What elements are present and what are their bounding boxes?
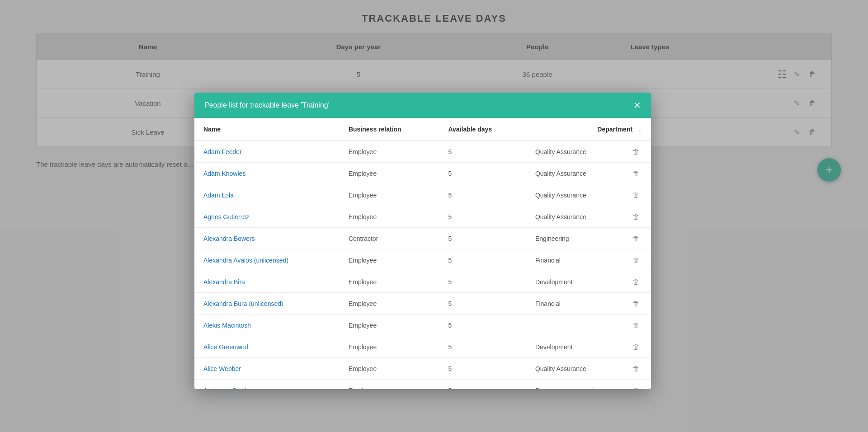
person-available-days: 5	[439, 228, 526, 249]
modal-delete-button[interactable]: 🗑	[630, 320, 642, 330]
modal-table-row: Alexandra BiraEmployee5Development🗑	[194, 271, 651, 293]
modal-delete-button[interactable]: 🗑	[630, 277, 642, 286]
person-available-days: 5	[439, 271, 526, 293]
person-relation: Employee	[340, 358, 439, 380]
person-relation: Employee	[340, 380, 439, 390]
person-name[interactable]: Alice Greenwod	[194, 336, 340, 358]
modal-table-row: Alexis MacintoshEmployee5🗑	[194, 315, 651, 336]
person-available-days: 5	[439, 336, 526, 358]
person-department: Quality Assurance🗑	[526, 141, 651, 162]
person-department: Financial🗑	[526, 249, 651, 271]
modal-delete-button[interactable]: 🗑	[630, 147, 642, 156]
modal-table-row: Alice WebberEmployee5Quality Assurance🗑	[194, 358, 651, 380]
person-relation: Employee	[340, 184, 439, 206]
person-relation: Employee	[340, 206, 439, 228]
person-relation: Employee	[340, 141, 439, 163]
person-name[interactable]: Alexandra Bowers	[194, 228, 340, 249]
person-name[interactable]: Anderson Smith	[194, 380, 340, 390]
person-department: Quality Assurance🗑	[526, 184, 651, 206]
person-relation: Employee	[340, 293, 439, 315]
person-department: Engineering🗑	[526, 228, 651, 249]
modal-delete-button[interactable]: 🗑	[630, 212, 642, 221]
person-name[interactable]: Adam Feeder	[194, 141, 340, 163]
person-available-days: 5	[439, 380, 526, 390]
person-name[interactable]: Alexandra Bura (unlicensed)	[194, 293, 340, 315]
person-relation: Employee	[340, 336, 439, 358]
person-department: Financial🗑	[526, 293, 651, 314]
modal-delete-button[interactable]: 🗑	[630, 385, 642, 389]
person-relation: Contractor	[340, 228, 439, 249]
person-available-days: 5	[439, 206, 526, 228]
modal-table-row: Alice GreenwodEmployee5Development🗑	[194, 336, 651, 358]
person-department: Development🗑	[526, 271, 651, 292]
person-name[interactable]: Alexandra Bira	[194, 271, 340, 293]
person-available-days: 5	[439, 184, 526, 206]
modal-header: People list for trackable leave 'Trainin…	[194, 93, 651, 118]
modal-delete-button[interactable]: 🗑	[630, 234, 642, 243]
modal-col-name: Name	[194, 118, 340, 141]
modal-table-row: Alexandra Avalos (unlicensed)Employee5Fi…	[194, 249, 651, 271]
person-department: Project management🗑	[526, 380, 651, 389]
modal-table-row: Anderson SmithEmployee5Project managemen…	[194, 380, 651, 390]
person-available-days: 5	[439, 141, 526, 163]
modal-delete-button[interactable]: 🗑	[630, 169, 642, 178]
modal-table-wrapper[interactable]: Name Business relation Available days De…	[194, 118, 651, 389]
modal-delete-button[interactable]: 🗑	[630, 299, 642, 308]
person-department: Quality Assurance🗑	[526, 206, 651, 227]
modal-title: People list for trackable leave 'Trainin…	[204, 101, 330, 109]
person-department: Quality Assurance🗑	[526, 358, 651, 379]
person-name[interactable]: Alexis Macintosh	[194, 315, 340, 336]
person-available-days: 5	[439, 293, 526, 315]
modal-table-row: Adam FeederEmployee5Quality Assurance🗑	[194, 141, 651, 163]
modal-table-row: Adam KnowlesEmployee5Quality Assurance🗑	[194, 163, 651, 184]
person-name[interactable]: Agnes Gutierrez	[194, 206, 340, 228]
modal-close-button[interactable]: ✕	[633, 101, 641, 110]
modal-table-row: Alexandra BowersContractor5Engineering🗑	[194, 228, 651, 249]
person-name[interactable]: Alice Webber	[194, 358, 340, 380]
person-relation: Employee	[340, 271, 439, 293]
person-available-days: 5	[439, 249, 526, 271]
modal-table-row: Alexandra Bura (unlicensed)Employee5Fina…	[194, 293, 651, 315]
modal-delete-button[interactable]: 🗑	[630, 364, 642, 373]
modal-delete-button[interactable]: 🗑	[630, 342, 642, 352]
modal-col-available-days: Available days	[439, 118, 526, 141]
person-department: 🗑	[526, 315, 651, 336]
modal-delete-button[interactable]: 🗑	[630, 255, 642, 265]
modal-table-header-row: Name Business relation Available days De…	[194, 118, 651, 141]
person-relation: Employee	[340, 315, 439, 336]
person-name[interactable]: Adam Lola	[194, 184, 340, 206]
page-background: TRACKABLE LEAVE DAYS Name Days per year …	[0, 0, 868, 432]
person-relation: Employee	[340, 163, 439, 184]
person-available-days: 5	[439, 358, 526, 380]
modal-col-business-relation: Business relation	[340, 118, 439, 141]
person-department: Quality Assurance🗑	[526, 163, 651, 184]
modal-col-department: Department ↓	[526, 118, 651, 141]
modal-table-row: Adam LolaEmployee5Quality Assurance🗑	[194, 184, 651, 206]
people-list-modal: People list for trackable leave 'Trainin…	[194, 93, 651, 389]
person-available-days: 5	[439, 163, 526, 184]
modal-table-row: Agnes GutierrezEmployee5Quality Assuranc…	[194, 206, 651, 228]
modal-delete-button[interactable]: 🗑	[630, 190, 642, 200]
modal-table: Name Business relation Available days De…	[194, 118, 651, 389]
person-available-days: 5	[439, 315, 526, 336]
person-name[interactable]: Adam Knowles	[194, 163, 340, 184]
person-relation: Employee	[340, 249, 439, 271]
person-department: Development🗑	[526, 336, 651, 357]
download-icon[interactable]: ↓	[638, 124, 642, 133]
person-name[interactable]: Alexandra Avalos (unlicensed)	[194, 249, 340, 271]
